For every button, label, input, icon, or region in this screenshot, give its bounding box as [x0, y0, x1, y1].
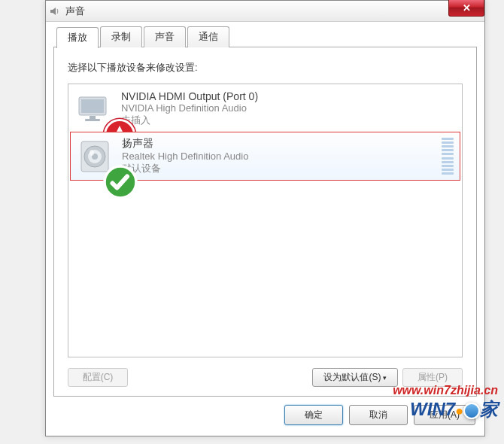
device-list[interactable]: NVIDIA HDMI Output (Port 0) NVIDIA High … [68, 84, 463, 357]
set-default-button[interactable]: 设为默认值(S) [312, 368, 398, 387]
device-info: 扬声器 Realtek High Definition Audio 默认设备 [122, 137, 436, 175]
dialog-body: 播放 录制 声音 通信 选择以下播放设备来修改设置: [46, 22, 484, 436]
svg-rect-2 [90, 116, 96, 119]
device-status: 未插入 [121, 114, 454, 127]
device-info: NVIDIA HDMI Output (Port 0) NVIDIA High … [121, 90, 454, 127]
tab-sounds[interactable]: 声音 [144, 26, 186, 47]
svg-point-13 [90, 150, 94, 156]
level-meter [442, 138, 454, 175]
panel-button-row: 配置(C) 设为默认值(S) 属性(P) [68, 368, 463, 387]
configure-button[interactable]: 配置(C) [68, 368, 128, 387]
device-status: 默认设备 [122, 162, 436, 175]
speaker-icon [77, 138, 113, 175]
device-name: NVIDIA HDMI Output (Port 0) [121, 90, 454, 102]
tab-recording[interactable]: 录制 [100, 26, 142, 47]
tab-communications[interactable]: 通信 [187, 26, 229, 47]
default-check-badge-icon [102, 164, 114, 176]
ok-button[interactable]: 确定 [284, 405, 343, 425]
titlebar: 声音 ✕ [46, 1, 484, 22]
dialog-footer: 确定 取消 应用(A) [53, 397, 477, 428]
unplugged-badge-icon [102, 117, 114, 129]
tab-strip: 播放 录制 声音 通信 [56, 26, 477, 47]
cancel-button[interactable]: 取消 [349, 405, 408, 425]
close-icon: ✕ [463, 2, 471, 14]
panel-instruction: 选择以下播放设备来修改设置: [68, 61, 463, 75]
close-button[interactable]: ✕ [448, 0, 484, 17]
sound-dialog: 声音 ✕ 播放 录制 声音 通信 选择以下播放设备来修改设置: [45, 0, 485, 436]
playback-panel: 选择以下播放设备来修改设置: [53, 47, 477, 397]
svg-rect-1 [81, 99, 104, 113]
svg-rect-3 [85, 119, 100, 121]
apply-button[interactable]: 应用(A) [414, 405, 475, 425]
device-item-speakers[interactable]: 扬声器 Realtek High Definition Audio 默认设备 [70, 132, 460, 181]
tab-playback[interactable]: 播放 [56, 27, 99, 48]
device-item-hdmi[interactable]: NVIDIA HDMI Output (Port 0) NVIDIA High … [70, 86, 460, 132]
device-driver: NVIDIA High Definition Audio [121, 102, 454, 114]
device-driver: Realtek High Definition Audio [122, 151, 436, 162]
window-title: 声音 [65, 5, 85, 18]
device-name: 扬声器 [122, 137, 436, 151]
monitor-icon [76, 91, 112, 127]
properties-button[interactable]: 属性(P) [402, 368, 463, 387]
sound-icon [49, 5, 61, 17]
